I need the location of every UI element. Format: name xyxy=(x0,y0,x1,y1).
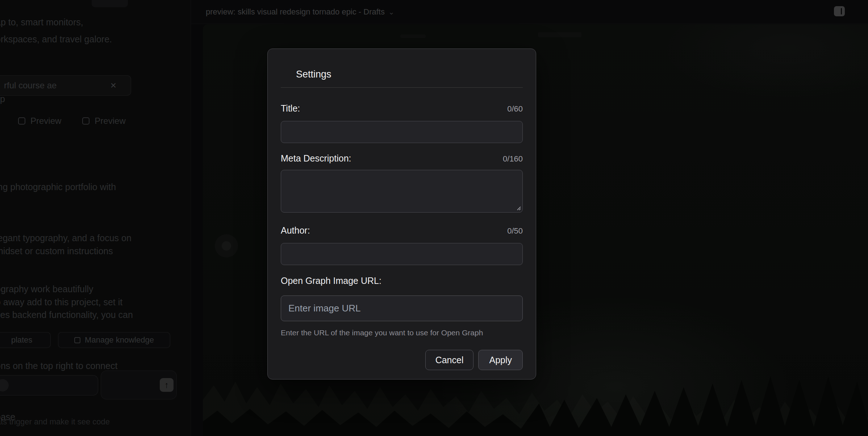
meta-description-wrap xyxy=(281,170,523,213)
title-field-row: Title: 0/60 xyxy=(281,104,523,114)
og-image-url-input[interactable] xyxy=(281,295,523,321)
og-image-url-label: Open Graph Image URL: xyxy=(281,276,381,285)
author-input[interactable] xyxy=(281,243,523,265)
apply-button[interactable]: Apply xyxy=(478,350,523,370)
app-window: ap to, smart monitors, orkspaces, and tr… xyxy=(0,0,868,436)
meta-description-textarea[interactable] xyxy=(281,170,523,213)
author-char-counter: 0/50 xyxy=(507,226,523,236)
title-char-counter: 0/60 xyxy=(507,104,523,114)
author-label: Author: xyxy=(281,226,310,235)
dialog-actions: Cancel Apply xyxy=(281,350,523,370)
resize-handle-icon[interactable] xyxy=(515,205,521,210)
meta-description-field-row: Meta Description: 0/160 xyxy=(281,154,523,164)
meta-description-char-counter: 0/160 xyxy=(503,154,523,164)
title-input[interactable] xyxy=(281,121,523,143)
settings-dialog: Settings Title: 0/60 Meta Description: 0… xyxy=(267,49,536,380)
og-image-helper-text: Enter the URL of the image you want to u… xyxy=(281,329,523,336)
dialog-title: Settings xyxy=(296,69,523,79)
author-field-row: Author: 0/50 xyxy=(281,226,523,236)
meta-description-label: Meta Description: xyxy=(281,154,351,163)
cancel-button[interactable]: Cancel xyxy=(425,350,474,370)
og-image-field-row: Open Graph Image URL: xyxy=(281,276,523,285)
dialog-divider xyxy=(281,87,523,88)
title-label: Title: xyxy=(281,104,300,113)
